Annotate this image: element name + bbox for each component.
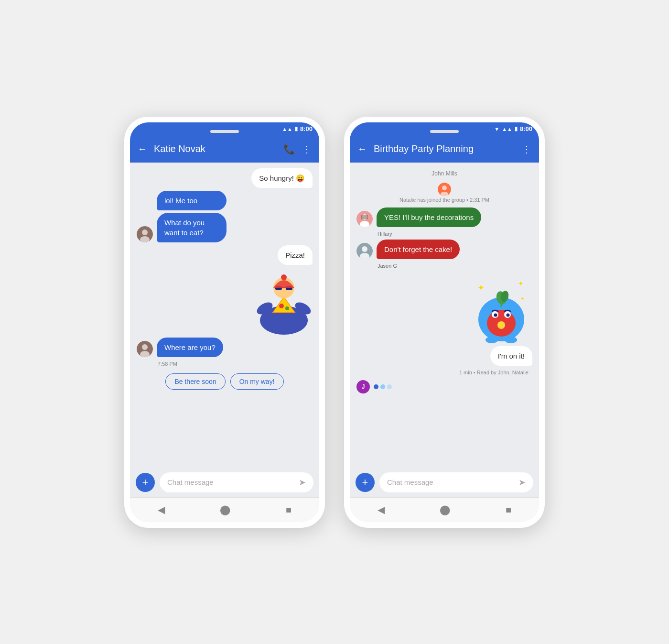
hillary-avatar	[356, 211, 373, 227]
recent-nav-icon[interactable]: ■	[286, 504, 291, 515]
back-button-2[interactable]: ←	[357, 143, 367, 154]
back-nav-icon[interactable]: ◀	[158, 504, 165, 515]
pizza-sticker-row	[137, 268, 313, 335]
sender-name: Jason G	[356, 263, 532, 269]
group-name: Birthday Party Planning	[374, 143, 515, 154]
svg-point-14	[281, 274, 287, 280]
recent-nav-icon-2[interactable]: ■	[506, 504, 511, 515]
back-button-1[interactable]: ←	[138, 143, 147, 154]
status-icons-1: ▲▲ ▮ 8:00	[282, 125, 313, 132]
phones-container: ▲▲ ▮ 8:00 ← Katie Novak 📞 ⋮ So hungry! 😛	[124, 117, 545, 528]
input-placeholder-2: Chat message	[387, 478, 433, 486]
message-row: Pizza!	[137, 245, 313, 265]
chat-input-1[interactable]: Chat message ➤	[160, 472, 313, 492]
svg-point-33	[497, 321, 505, 329]
svg-point-1	[142, 229, 148, 235]
dot-1	[374, 384, 378, 389]
chat-input-2[interactable]: Chat message ➤	[379, 472, 533, 492]
status-bar-1: ▲▲ ▮ 8:00	[130, 122, 319, 136]
dot-2	[380, 384, 385, 389]
add-attachment-button-1[interactable]: +	[136, 473, 155, 492]
nav-bar-1: ◀ ⬤ ■	[130, 497, 319, 522]
message-timestamp: 7:58 PM	[137, 360, 313, 368]
message-bubble: Where are you?	[157, 338, 223, 357]
more-icon-1[interactable]: ⋮	[302, 143, 312, 155]
system-message: John Mills	[356, 168, 532, 178]
svg-point-41	[486, 337, 498, 343]
input-bar-2: + Chat message ➤	[350, 468, 539, 497]
message-bubble: What do you want to eat?	[157, 213, 227, 242]
svg-point-37	[507, 313, 510, 317]
avatar	[137, 341, 153, 357]
message-row: YES! I'll buy the decorations	[356, 207, 532, 227]
typing-dots	[374, 384, 392, 389]
signal-icon: ▲▲	[282, 126, 292, 132]
blob-sticker-row: ✦ ✦ ✦	[356, 272, 532, 343]
home-nav-icon[interactable]: ⬤	[220, 504, 230, 515]
jason-avatar	[356, 243, 373, 259]
send-icon-2[interactable]: ➤	[518, 477, 526, 488]
pizza-sticker	[255, 268, 313, 335]
suggestions-row: Be there soon On my way!	[137, 371, 313, 393]
sender-name: Hillary	[356, 231, 532, 237]
message-bubble: Pizza!	[278, 245, 313, 265]
call-icon[interactable]: 📞	[283, 143, 295, 155]
svg-rect-24	[361, 215, 368, 219]
time-1: 8:00	[300, 125, 313, 132]
message-row: I'm on it!	[356, 346, 532, 366]
message-bubble: YES! I'll buy the decorations	[377, 207, 481, 227]
message-bubble: So hungry! 😛	[251, 168, 313, 188]
suggestion-be-there-soon[interactable]: Be there soon	[165, 373, 225, 390]
typing-indicator: J	[356, 378, 532, 395]
wifi-icon: ▼	[494, 126, 499, 132]
suggestion-on-my-way[interactable]: On my way!	[230, 373, 284, 390]
message-bubble: lol! Me too	[157, 191, 227, 210]
message-row: lol! Me too What do you want to eat?	[137, 191, 313, 242]
svg-text:✦: ✦	[477, 283, 485, 293]
status-bar-2: ▼ ▲▲ ▮ 8:00	[350, 122, 539, 136]
add-attachment-button-2[interactable]: +	[356, 473, 375, 492]
dot-3	[387, 384, 392, 389]
svg-point-19	[442, 186, 447, 190]
svg-point-42	[505, 337, 517, 343]
message-row: So hungry! 😛	[137, 168, 313, 188]
message-row: Don't forget the cake!	[356, 240, 532, 259]
time-2: 8:00	[520, 125, 532, 132]
more-icon-2[interactable]: ⋮	[522, 143, 531, 155]
phone-1: ▲▲ ▮ 8:00 ← Katie Novak 📞 ⋮ So hungry! 😛	[124, 117, 325, 528]
message-row: Where are you?	[137, 338, 313, 357]
avatar	[137, 226, 153, 242]
svg-point-16	[142, 344, 148, 350]
toolbar-1: ← Katie Novak 📞 ⋮	[130, 136, 319, 163]
joined-notification: Natalie has joined the group • 2:31 PM	[356, 181, 532, 205]
chat-area-1: So hungry! 😛 lol! Me too What do you wan…	[130, 163, 319, 468]
message-bubble: I'm on it!	[490, 346, 532, 366]
phone-1-inner: ▲▲ ▮ 8:00 ← Katie Novak 📞 ⋮ So hungry! 😛	[130, 122, 319, 522]
svg-text:✦: ✦	[518, 280, 524, 287]
chat-area-2: John Mills Natalie has joined the group …	[350, 163, 539, 468]
svg-point-8	[279, 304, 284, 308]
toolbar-2: ← Birthday Party Planning ⋮	[350, 136, 539, 163]
send-icon-1[interactable]: ➤	[299, 477, 306, 488]
svg-marker-7	[273, 297, 294, 312]
home-nav-icon-2[interactable]: ⬤	[440, 504, 450, 515]
svg-point-26	[362, 246, 367, 252]
svg-point-9	[285, 306, 289, 310]
phone-2: ▼ ▲▲ ▮ 8:00 ← Birthday Party Planning ⋮ …	[344, 117, 545, 528]
svg-point-36	[494, 313, 497, 317]
phone-speaker-2	[430, 130, 459, 133]
typing-user-avatar: J	[356, 380, 370, 393]
svg-text:✦: ✦	[520, 296, 524, 301]
read-receipt: 1 min • Read by John, Natalie	[356, 370, 532, 375]
back-nav-icon-2[interactable]: ◀	[378, 504, 385, 515]
input-placeholder-1: Chat message	[167, 478, 214, 486]
battery-icon: ▮	[295, 126, 298, 132]
status-icons-2: ▼ ▲▲ ▮ 8:00	[494, 125, 532, 132]
signal-bars-icon: ▲▲	[502, 126, 512, 132]
phone-2-inner: ▼ ▲▲ ▮ 8:00 ← Birthday Party Planning ⋮ …	[350, 122, 539, 522]
nav-bar-2: ◀ ⬤ ■	[350, 497, 539, 522]
phone-speaker	[210, 130, 239, 133]
natalie-avatar	[438, 183, 451, 196]
blob-sticker: ✦ ✦ ✦	[470, 272, 532, 343]
joined-text: Natalie has joined the group • 2:31 PM	[399, 197, 489, 203]
